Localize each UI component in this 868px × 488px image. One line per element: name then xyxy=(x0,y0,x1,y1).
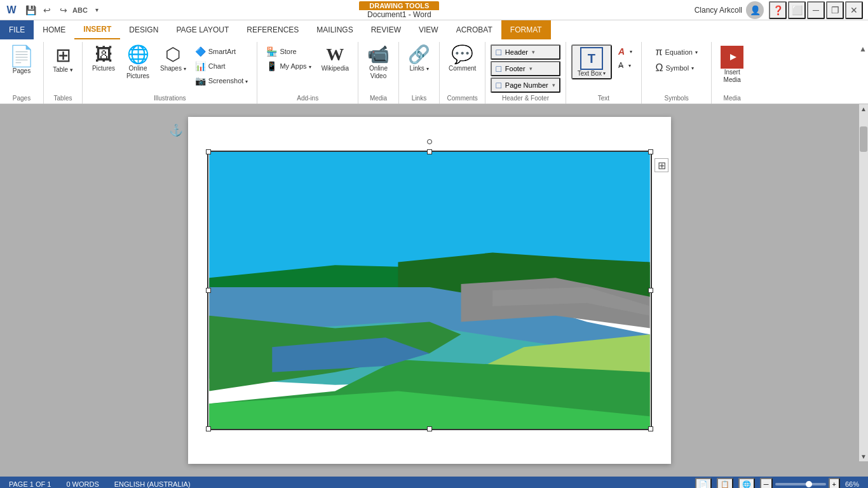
scrollbar-right[interactable]: ▲ ▼ xyxy=(859,104,868,461)
read-mode-button[interactable]: 📋 xyxy=(717,478,733,489)
qat-dropdown[interactable]: ▾ xyxy=(89,3,104,18)
footer-button[interactable]: □ Footer ▾ xyxy=(491,61,560,76)
ribbon-tabs: FILE HOME INSERT DESIGN PAGE LAYOUT REFE… xyxy=(0,20,868,39)
symbols-content: π Equation ▾ Ω Symbol ▾ xyxy=(651,42,701,93)
header-button[interactable]: □ Header ▾ xyxy=(491,44,560,60)
zoom-slider-thumb[interactable] xyxy=(806,481,812,487)
user-name: Clancy Arkcoll xyxy=(695,6,742,15)
tab-page-layout[interactable]: PAGE LAYOUT xyxy=(167,20,238,39)
tab-view[interactable]: VIEW xyxy=(410,20,447,39)
zoom-slider-bar[interactable] xyxy=(775,483,826,485)
pictures-button[interactable]: 🖼 Pictures xyxy=(88,44,119,74)
tab-review[interactable]: REVIEW xyxy=(362,20,410,39)
page-number-button[interactable]: □ Page Number ▾ xyxy=(491,78,560,93)
handle-top-right[interactable] xyxy=(648,149,653,154)
store-button[interactable]: 🏪 Store xyxy=(262,44,315,58)
pictures-icon: 🖼 xyxy=(95,46,112,64)
wikipedia-label: Wikipedia xyxy=(322,65,349,72)
myapps-label: My Apps ▾ xyxy=(280,62,311,70)
shapes-label: Shapes ▾ xyxy=(160,65,186,72)
dropcap-button[interactable]: A̶ ▾ xyxy=(614,59,636,72)
symbols-group-label: Symbols xyxy=(647,93,706,104)
print-layout-button[interactable]: 📄 xyxy=(695,478,712,489)
status-bar: PAGE 1 OF 1 0 WORDS ENGLISH (AUSTRALIA) … xyxy=(0,477,868,488)
textbox-button[interactable]: T Text Box ▾ xyxy=(571,44,612,79)
tab-mailings[interactable]: MAILINGS xyxy=(308,20,362,39)
hf-content: □ Header ▾ □ Footer ▾ □ Page Number ▾ xyxy=(491,42,560,93)
links-button[interactable]: 🔗 Links ▾ xyxy=(404,44,434,74)
tab-acrobat[interactable]: ACROBAT xyxy=(447,20,501,39)
tab-insert[interactable]: INSERT xyxy=(74,20,120,39)
equation-icon: π xyxy=(655,46,662,58)
wordart-button[interactable]: A ▾ xyxy=(614,44,636,58)
comment-label: Comment xyxy=(449,65,476,72)
scrollbar-thumb[interactable] xyxy=(860,126,867,152)
shapes-icon: ⬡ xyxy=(165,46,180,64)
tab-design[interactable]: DESIGN xyxy=(120,20,167,39)
symbol-button[interactable]: Ω Symbol ▾ xyxy=(651,60,701,76)
user-avatar: 👤 xyxy=(746,1,764,19)
equation-button[interactable]: π Equation ▾ xyxy=(651,44,701,60)
online-pictures-button[interactable]: 🌐 OnlinePictures xyxy=(121,44,155,81)
zoom-in-button[interactable]: + xyxy=(829,478,840,488)
handle-top-center[interactable] xyxy=(427,149,432,154)
myapps-button[interactable]: 📱 My Apps ▾ xyxy=(262,59,315,73)
table-button[interactable]: ⊞ Table ▾ xyxy=(49,44,77,75)
word-icon: W xyxy=(5,4,18,17)
insert-media-button[interactable]: InsertMedia xyxy=(717,44,747,85)
handle-bottom-left[interactable] xyxy=(206,426,211,431)
chart-button[interactable]: 📊 Chart xyxy=(191,59,252,73)
redo-button[interactable]: ↪ xyxy=(56,3,71,18)
group-addins: 🏪 Store 📱 My Apps ▾ W Wikipedia Add-ins xyxy=(257,42,358,104)
pages-button[interactable]: 📄 Pages xyxy=(5,44,38,76)
tab-format[interactable]: FORMAT xyxy=(501,20,551,39)
online-video-button[interactable]: 📹 OnlineVideo xyxy=(363,44,393,81)
store-label: Store xyxy=(280,48,296,55)
handle-bottom-center[interactable] xyxy=(427,426,432,431)
close-button[interactable]: ✕ xyxy=(845,1,863,19)
symbol-label: Symbol xyxy=(665,64,689,72)
rotate-handle[interactable] xyxy=(427,139,432,144)
minimize-button[interactable]: ─ xyxy=(807,1,825,19)
screenshot-button[interactable]: 📷 Screenshot ▾ xyxy=(191,74,252,88)
handle-middle-left[interactable] xyxy=(206,288,211,293)
language-button[interactable]: ENGLISH (AUSTRALIA) xyxy=(112,479,193,488)
image-frame[interactable]: ⊞ xyxy=(207,151,652,430)
spelling-button[interactable]: ABC xyxy=(72,3,88,18)
tab-file[interactable]: FILE xyxy=(0,20,34,39)
zoom-control[interactable]: ─ + 66% xyxy=(760,478,862,488)
tab-home[interactable]: HOME xyxy=(34,20,74,39)
layout-options-button[interactable]: ⊞ xyxy=(654,158,668,172)
status-left: PAGE 1 OF 1 0 WORDS ENGLISH (AUSTRALIA) xyxy=(6,479,193,488)
scroll-down-arrow[interactable]: ▼ xyxy=(859,452,868,461)
comment-button[interactable]: 💬 Comment xyxy=(445,44,480,74)
page-info[interactable]: PAGE 1 OF 1 xyxy=(6,479,53,488)
online-video-label: OnlineVideo xyxy=(369,65,388,80)
insert-media-content: InsertMedia xyxy=(717,42,747,93)
ribbon-display-button[interactable]: ⬜ xyxy=(788,1,806,19)
zoom-level[interactable]: 66% xyxy=(843,479,862,488)
online-pictures-label: OnlinePictures xyxy=(126,65,149,80)
save-button[interactable]: 💾 xyxy=(23,3,38,18)
handle-top-left[interactable] xyxy=(206,149,211,154)
word-count[interactable]: 0 WORDS xyxy=(64,479,101,488)
header-icon: □ xyxy=(496,47,501,57)
restore-button[interactable]: ❐ xyxy=(826,1,844,19)
handle-middle-right[interactable] xyxy=(648,288,653,293)
pages-group-label: Pages xyxy=(5,93,38,104)
zoom-out-button[interactable]: ─ xyxy=(760,478,773,488)
wikipedia-button[interactable]: W Wikipedia xyxy=(318,44,353,74)
web-layout-button[interactable]: 🌐 xyxy=(738,478,755,489)
scroll-up-arrow[interactable]: ▲ xyxy=(859,104,868,114)
shapes-button[interactable]: ⬡ Shapes ▾ xyxy=(156,44,190,74)
smartart-button[interactable]: 🔷 SmartArt xyxy=(191,44,252,58)
textbox-icon: T xyxy=(580,47,603,70)
comments-group-label: Comments xyxy=(445,93,480,104)
undo-button[interactable]: ↩ xyxy=(39,3,55,18)
tab-references[interactable]: REFERENCES xyxy=(238,20,308,39)
page-number-dropdown-arrow: ▾ xyxy=(552,82,555,88)
text-col2: A ▾ A̶ ▾ xyxy=(614,44,636,72)
ribbon-collapse-button[interactable]: ▲ xyxy=(859,42,868,104)
handle-bottom-right[interactable] xyxy=(648,426,653,431)
help-button[interactable]: ❓ xyxy=(769,1,787,19)
